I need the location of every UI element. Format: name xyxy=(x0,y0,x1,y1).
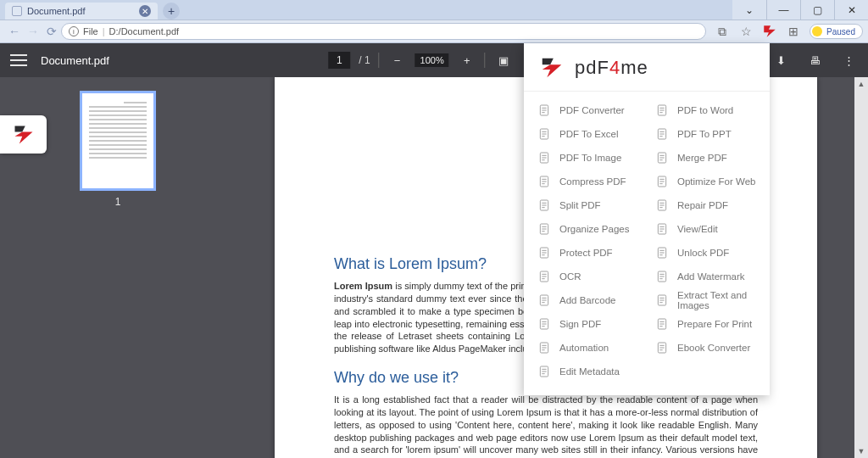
window-controls: ⌄ ― ▢ ✕ xyxy=(732,0,868,20)
popup-item-label: Repair PDF xyxy=(677,200,728,210)
popup-item-organize-pages[interactable]: Organize Pages xyxy=(531,217,645,241)
popup-item-label: Ebook Converter xyxy=(677,343,750,353)
popup-item-label: PDF To PPT xyxy=(677,129,732,139)
pdf4me-side-tab[interactable] xyxy=(0,115,47,154)
tool-icon xyxy=(655,317,669,331)
popup-brand: pdF4me xyxy=(575,57,648,79)
popup-item-label: Prepare For Print xyxy=(677,319,752,329)
popup-item-label: PDF To Excel xyxy=(559,129,618,139)
install-app-icon[interactable]: ⧉ xyxy=(715,24,730,39)
popup-item-compress-pdf[interactable]: Compress PDF xyxy=(531,170,645,193)
zoom-level[interactable]: 100% xyxy=(415,53,449,67)
tool-icon xyxy=(537,127,551,141)
tool-icon xyxy=(537,222,551,236)
popup-item-label: Compress PDF xyxy=(559,176,626,187)
popup-item-add-barcode[interactable]: Add Barcode xyxy=(531,288,645,312)
popup-item-pdf-to-excel[interactable]: PDF To Excel xyxy=(531,122,645,146)
popup-item-protect-pdf[interactable]: Protect PDF xyxy=(531,241,645,265)
doc-paragraph-2: It is a long established fact that a rea… xyxy=(334,394,758,458)
pdf4me-extension-icon[interactable] xyxy=(762,24,777,39)
popup-item-merge-pdf[interactable]: Merge PDF xyxy=(648,146,763,170)
popup-item-label: Optimize For Web xyxy=(677,176,755,187)
popup-item-edit-metadata[interactable]: Edit Metadata xyxy=(531,360,645,383)
forward-button[interactable]: → xyxy=(24,22,42,41)
popup-item-split-pdf[interactable]: Split PDF xyxy=(531,193,645,217)
menu-icon[interactable] xyxy=(10,54,27,66)
popup-item-label: Unlock PDF xyxy=(677,248,729,258)
scroll-down-arrow[interactable]: ▼ xyxy=(854,444,868,458)
tool-icon xyxy=(537,293,551,307)
page-thumbnail[interactable] xyxy=(80,91,156,191)
minimize-button[interactable]: ― xyxy=(766,0,800,20)
popup-item-prepare-for-print[interactable]: Prepare For Print xyxy=(648,312,763,336)
popup-item-optimize-for-web[interactable]: Optimize For Web xyxy=(648,170,763,193)
address-bar[interactable]: i File | D:/Document.pdf xyxy=(61,23,706,40)
popup-item-label: Edit Metadata xyxy=(559,366,620,377)
tool-icon xyxy=(655,222,669,236)
tool-icon xyxy=(655,246,669,260)
tool-icon xyxy=(537,365,551,378)
popup-item-label: PDF To Image xyxy=(559,153,621,163)
zoom-in-button[interactable]: + xyxy=(458,51,476,70)
popup-item-automation[interactable]: Automation xyxy=(531,336,645,360)
tool-icon xyxy=(537,341,551,355)
popup-header: pdF4me xyxy=(524,43,770,92)
fit-page-button[interactable]: ▣ xyxy=(494,51,513,70)
popup-item-repair-pdf[interactable]: Repair PDF xyxy=(648,193,763,217)
popup-item-label: PDF Converter xyxy=(559,105,625,115)
tool-icon xyxy=(655,151,669,165)
tool-icon xyxy=(655,270,669,283)
tool-icon xyxy=(537,151,551,165)
tool-icon xyxy=(537,103,551,117)
profile-avatar xyxy=(812,26,822,36)
page-number-input[interactable]: 1 xyxy=(328,52,350,69)
zoom-out-button[interactable]: − xyxy=(388,51,407,70)
tool-icon xyxy=(655,103,669,117)
pdf4me-extension-popup: pdF4me PDF ConverterPDF to WordPDF To Ex… xyxy=(524,43,770,395)
profile-paused-chip[interactable]: Paused xyxy=(810,24,863,39)
popup-item-pdf-to-ppt[interactable]: PDF To PPT xyxy=(648,122,763,146)
popup-item-sign-pdf[interactable]: Sign PDF xyxy=(531,312,645,336)
browser-toolbar: ← → ⟳ i File | D:/Document.pdf ⧉ ☆ ⊞ Pau… xyxy=(0,20,868,43)
print-icon[interactable]: 🖶 xyxy=(805,51,824,70)
reload-button[interactable]: ⟳ xyxy=(42,22,61,41)
back-button[interactable]: ← xyxy=(5,22,24,41)
tool-icon xyxy=(537,246,551,260)
popup-item-label: Add Barcode xyxy=(559,295,616,305)
window-dropdown-button[interactable]: ⌄ xyxy=(732,0,766,20)
popup-item-pdf-converter[interactable]: PDF Converter xyxy=(531,98,645,122)
popup-item-pdf-to-word[interactable]: PDF to Word xyxy=(648,98,763,122)
url-separator: | xyxy=(103,26,105,36)
popup-item-label: Protect PDF xyxy=(559,248,613,258)
popup-item-extract-text-and-images[interactable]: Extract Text and Images xyxy=(648,288,763,312)
popup-item-pdf-to-image[interactable]: PDF To Image xyxy=(531,146,645,170)
popup-item-label: Organize Pages xyxy=(559,224,629,234)
popup-item-label: Sign PDF xyxy=(559,319,601,329)
popup-item-ocr[interactable]: OCR xyxy=(531,265,645,288)
site-info-icon[interactable]: i xyxy=(69,26,79,36)
popup-item-add-watermark[interactable]: Add Watermark xyxy=(648,265,763,288)
popup-item-view-edit[interactable]: View/Edit xyxy=(648,217,763,241)
popup-item-label: Add Watermark xyxy=(677,271,744,282)
more-icon[interactable]: ⋮ xyxy=(839,51,858,70)
popup-tools-grid: PDF ConverterPDF to WordPDF To ExcelPDF … xyxy=(524,98,770,383)
extensions-icon[interactable]: ⊞ xyxy=(786,24,801,39)
popup-item-label: View/Edit xyxy=(677,224,718,234)
tab-strip: Document.pdf ✕ + xyxy=(0,0,732,20)
tool-icon xyxy=(537,317,551,331)
tool-icon xyxy=(655,175,669,188)
window-close-button[interactable]: ✕ xyxy=(834,0,868,20)
browser-tab[interactable]: Document.pdf ✕ xyxy=(5,3,158,20)
tab-favicon xyxy=(12,6,22,16)
download-icon[interactable]: ⬇ xyxy=(771,51,790,70)
maximize-button[interactable]: ▢ xyxy=(800,0,834,20)
vertical-scrollbar[interactable]: ▲ ▼ xyxy=(854,77,868,458)
profile-paused-label: Paused xyxy=(826,27,855,36)
bookmark-icon[interactable]: ☆ xyxy=(738,24,754,39)
popup-item-ebook-converter[interactable]: Ebook Converter xyxy=(648,336,763,360)
scroll-up-arrow[interactable]: ▲ xyxy=(854,77,868,91)
new-tab-button[interactable]: + xyxy=(163,3,180,20)
tool-icon xyxy=(537,270,551,283)
close-icon[interactable]: ✕ xyxy=(139,5,151,17)
popup-item-unlock-pdf[interactable]: Unlock PDF xyxy=(648,241,763,265)
